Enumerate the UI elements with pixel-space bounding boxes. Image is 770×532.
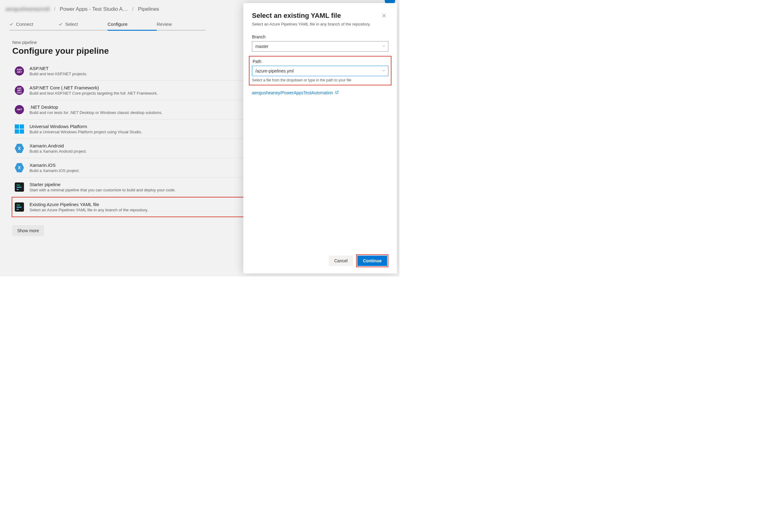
panel-title: Select an existing YAML file	[252, 12, 370, 20]
chevron-down-icon	[382, 44, 386, 49]
path-dropdown[interactable]: /azure-pipelines.yml	[252, 66, 389, 76]
breadcrumb-project[interactable]: Power Apps - Test Studio A…	[60, 6, 128, 12]
windows-icon	[15, 124, 24, 134]
xamarin-icon: X	[15, 163, 24, 172]
show-more-button[interactable]: Show more	[12, 225, 44, 236]
step-connect[interactable]: Connect	[9, 22, 58, 31]
breadcrumb-page[interactable]: Pipelines	[138, 6, 159, 12]
aspnet-icon: ASP .NET	[15, 66, 24, 76]
breadcrumb-org[interactable]: aengusheaneymsft	[6, 6, 50, 12]
close-button[interactable]	[380, 12, 389, 20]
branch-dropdown[interactable]: master	[252, 41, 389, 52]
repo-link[interactable]: aengusheaney/PowerAppsTestAutomation	[252, 90, 389, 95]
yaml-icon	[15, 182, 24, 192]
close-icon	[381, 13, 387, 19]
check-icon	[9, 22, 14, 26]
yaml-file-panel: Select an existing YAML file Select an A…	[243, 3, 397, 273]
netdesktop-icon: .NET	[15, 105, 24, 114]
path-label: Path	[252, 59, 389, 64]
step-select[interactable]: Select	[58, 22, 107, 31]
step-review[interactable]: Review	[157, 22, 206, 31]
check-icon	[58, 22, 63, 26]
chevron-down-icon	[382, 68, 386, 73]
aspnetcore-icon: ASP .NET Core	[15, 86, 24, 95]
path-hint: Select a file from the dropdown or type …	[252, 78, 389, 82]
step-configure[interactable]: Configure	[107, 22, 157, 31]
continue-button[interactable]: Continue	[357, 256, 387, 266]
panel-subtitle: Select an Azure Pipelines YAML file in a…	[252, 22, 370, 27]
yaml-icon	[15, 202, 24, 212]
external-link-icon	[335, 90, 339, 95]
xamarin-icon: X	[15, 144, 24, 153]
branch-label: Branch	[252, 34, 389, 39]
cancel-button[interactable]: Cancel	[329, 256, 353, 266]
